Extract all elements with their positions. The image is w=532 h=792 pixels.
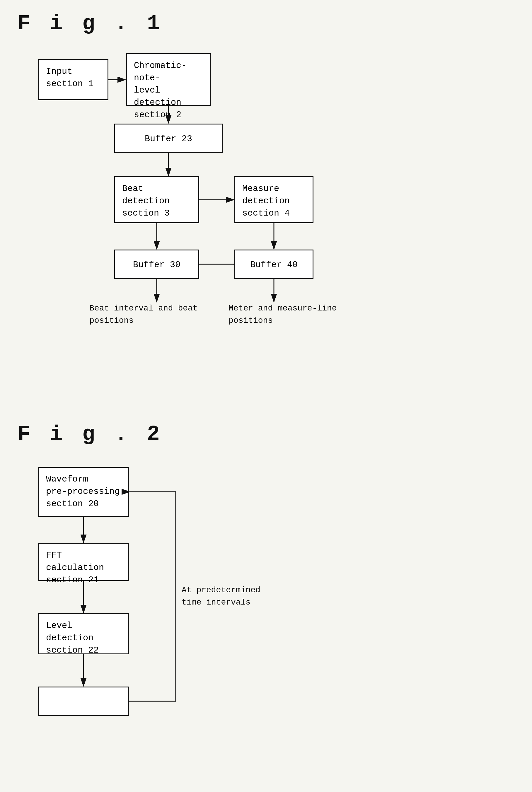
- time-intervals-label: At predetermined time intervals: [182, 584, 261, 609]
- buffer23-box: Buffer 23: [114, 123, 223, 153]
- figure-2-diagram: Waveform pre-processing section 20 FFT c…: [18, 458, 486, 792]
- measure-detection-box: Measure detection section 4: [234, 176, 314, 223]
- waveform-box: Waveform pre-processing section 20: [38, 467, 129, 517]
- figure-1-title: F i g . 1: [18, 12, 514, 36]
- bottom-output-box: [38, 687, 129, 716]
- beat-detection-box: Beat detection section 3: [114, 176, 199, 223]
- beat-output-label: Beat interval and beat positions: [89, 302, 198, 327]
- chromatic-note-box: Chromatic-note- level detection section …: [126, 53, 211, 106]
- input-section-box: Input section 1: [38, 59, 108, 100]
- figure-1-diagram: Input section 1 Chromatic-note- level de…: [18, 47, 486, 399]
- figure-2-title: F i g . 2: [18, 422, 514, 446]
- meter-output-label: Meter and measure-line positions: [228, 302, 337, 327]
- level-detection-box: Level detection section 22: [38, 613, 129, 654]
- buffer30-box: Buffer 30: [114, 250, 199, 279]
- buffer40-box: Buffer 40: [234, 250, 314, 279]
- fft-box: FFT calculation section 21: [38, 543, 129, 581]
